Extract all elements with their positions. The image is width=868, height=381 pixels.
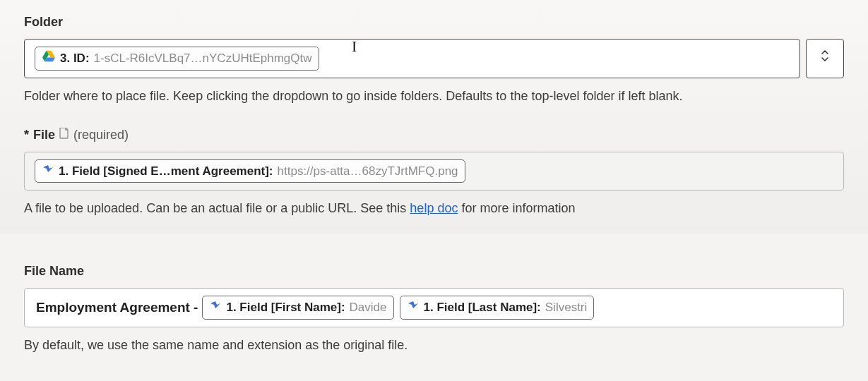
filename-input[interactable]: Employment Agreement - 1. Field [First N… <box>24 288 844 327</box>
folder-dropdown-button[interactable] <box>806 39 844 78</box>
zap-icon <box>209 298 222 317</box>
zap-icon <box>42 162 54 181</box>
filename-token-value: Davide <box>350 298 387 317</box>
folder-token-label: 3. ID: <box>60 49 90 68</box>
filename-token-value: Silvestri <box>545 298 588 317</box>
chevron-up-down-icon <box>820 48 830 69</box>
zap-icon <box>407 298 420 317</box>
filename-token-firstname[interactable]: 1. Field [First Name]: Davide <box>202 296 393 320</box>
help-doc-link[interactable]: help doc <box>410 201 458 215</box>
file-help-text: A file to be uploaded. Can be an actual … <box>24 199 844 218</box>
file-token[interactable]: 1. Field [Signed E…ment Agreement]: http… <box>35 159 465 183</box>
folder-token-value: 1-sCL-R6IcVLBq7…nYCzUHtEphmgQtw <box>94 49 312 68</box>
file-token-label: 1. Field [Signed E…ment Agreement]: <box>59 162 273 181</box>
file-input[interactable]: 1. Field [Signed E…ment Agreement]: http… <box>24 152 844 191</box>
svg-marker-4 <box>210 301 220 308</box>
file-label: * File (required) <box>24 126 844 145</box>
folder-input[interactable]: 3. ID: 1-sCL-R6IcVLBq7…nYCzUHtEphmgQtw <box>24 39 800 78</box>
file-token-value: https://ps-atta…68zyTJrtMFQ.png <box>278 162 458 181</box>
folder-help-text: Folder where to place file. Keep clickin… <box>24 87 844 106</box>
svg-marker-5 <box>408 301 418 308</box>
folder-label: Folder <box>24 13 844 32</box>
filename-token-lastname[interactable]: 1. Field [Last Name]: Silvestri <box>400 296 595 320</box>
filename-token-label: 1. Field [First Name]: <box>226 298 345 317</box>
filename-label: File Name <box>24 262 844 281</box>
filename-token-label: 1. Field [Last Name]: <box>424 298 541 317</box>
file-icon <box>59 126 69 145</box>
filename-prefix-text: Employment Agreement - <box>35 298 202 318</box>
folder-token[interactable]: 3. ID: 1-sCL-R6IcVLBq7…nYCzUHtEphmgQtw <box>35 47 319 71</box>
filename-help-text: By default, we use the same name and ext… <box>24 336 844 355</box>
svg-marker-3 <box>43 165 53 172</box>
gdrive-icon <box>42 49 56 68</box>
